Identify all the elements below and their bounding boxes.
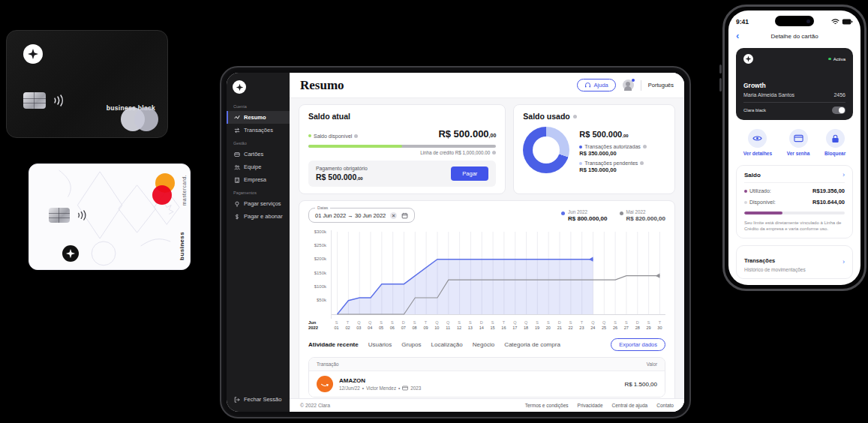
status-time: 9:41 [736, 18, 749, 26]
language-selector[interactable]: Português [648, 82, 674, 88]
limit-progress-track [744, 212, 845, 214]
card-holder: Maria Almeida Santos [743, 92, 794, 98]
tab-atividade-recente[interactable]: Atividade recente [308, 341, 359, 348]
tab-categoria-de-compra[interactable]: Categoria de compra [504, 341, 560, 348]
info-icon[interactable] [573, 115, 577, 118]
export-button[interactable]: Exportar dados [611, 338, 665, 351]
y-tick-label: $50k [317, 298, 326, 302]
phone-volume-button [719, 64, 722, 74]
x-tick-label: S01 [335, 320, 339, 330]
used-value: R$19.356,00 [812, 188, 845, 194]
info-icon[interactable] [640, 161, 644, 165]
mastercard-wordmark: mastercard. [182, 175, 187, 206]
table-row[interactable]: AMAZON 12/Jun/22 • Victor Mendez • 2023 [309, 371, 665, 397]
chevron-right-icon[interactable]: › [842, 259, 845, 266]
phone-screen: 9:41 Detalhe do cartão ‹ A [728, 10, 860, 285]
calendar-icon[interactable] [401, 212, 408, 219]
sidebar-item-pagar-servicos[interactable]: Pagar serviços [227, 197, 290, 210]
chevron-right-icon[interactable]: › [842, 172, 845, 178]
footer-link-central-de-ajuda[interactable]: Central de ajuda [612, 403, 648, 408]
footer-link-termos[interactable]: Termos e condições [525, 403, 569, 408]
x-tick-label: S13 [468, 320, 473, 330]
help-button[interactable]: Ajuda [577, 79, 616, 92]
footer-link-privacidade[interactable]: Privacidade [578, 403, 603, 408]
bulb-icon [234, 201, 240, 207]
sidebar-item-logout[interactable]: Fechar Sessão [227, 393, 290, 406]
x-tick-label: S19 [535, 320, 539, 330]
info-icon[interactable] [492, 151, 496, 154]
footer: © 2022 Clara Termos e condições Privacid… [290, 398, 684, 412]
used-label: Utilizado: [749, 188, 771, 194]
avatar[interactable] [623, 80, 634, 91]
action-ver-detalhes[interactable]: Ver detalhes [743, 129, 772, 156]
tab-negocio[interactable]: Negócio [473, 341, 494, 348]
clara-business-black-card: business black [6, 30, 168, 138]
phone-actions: Ver detalhes Ver senha Bloquear [736, 129, 853, 156]
action-bloquear[interactable]: Bloquear [824, 129, 845, 156]
x-tick-label: S22 [568, 320, 572, 330]
clear-date-icon[interactable]: ✕ [390, 212, 397, 219]
mandatory-cents: ,00 [356, 176, 362, 181]
clara-star-logo [743, 54, 753, 64]
available-label: Disponível: [749, 200, 776, 205]
saldo-usado-title: Saldo usado [523, 112, 569, 121]
tab-localizacao[interactable]: Localização [431, 341, 463, 348]
sidebar-item-label: Empresa [244, 176, 266, 183]
clara-star-logo [62, 245, 79, 262]
sidebar-item-pagar-e-abonar[interactable]: Pagar e abonar [227, 210, 290, 223]
footer-link-contato[interactable]: Contato [656, 403, 674, 408]
action-label: Bloquear [824, 151, 845, 156]
sidebar-item-empresa[interactable]: Empresa [227, 173, 290, 186]
x-tick-label: S12 [457, 320, 461, 330]
sidebar-item-label: Pagar e abonar [244, 213, 283, 220]
x-tick-label: D21 [557, 320, 562, 330]
logout-icon [234, 397, 240, 403]
saldo-section[interactable]: Saldo › Utilizado: R$19.356,00 Disponíve… [736, 165, 853, 238]
chart-y-axis: $50k$100k$150k$200k$250k$300k [308, 230, 331, 319]
limit-caption: Seu limite está diretamente vinculado à … [744, 220, 845, 232]
pay-button[interactable]: Pagar [451, 166, 488, 181]
contactless-icon [53, 94, 65, 107]
chart-x-labels: S01T02Q03Q04S05S06D07S08T09Q10Q11S12S13D… [331, 320, 665, 332]
card-variant-toggle[interactable] [832, 106, 845, 114]
tab-grupos[interactable]: Grupos [401, 341, 421, 348]
chart-plot [331, 230, 665, 319]
eye-icon [752, 134, 762, 142]
action-ver-senha[interactable]: Ver senha [787, 129, 810, 156]
y-tick-label: $150k [314, 271, 326, 275]
legend-dot [561, 212, 565, 215]
tab-usuarios[interactable]: Usuários [368, 341, 392, 348]
sidebar-item-transacoes[interactable]: Transações [227, 124, 290, 136]
transactions-section[interactable]: Transações Histórico de movimentações › [736, 245, 853, 279]
sidebar-item-equipe[interactable]: Equipe [227, 160, 290, 173]
x-tick-label: Q10 [434, 320, 439, 330]
sidebar-item-resumo[interactable]: Resumo [227, 111, 290, 124]
info-icon[interactable] [354, 134, 358, 138]
y-tick-label: $250k [314, 243, 326, 248]
available-value: R$10.644,00 [812, 199, 845, 206]
virtual-card: Activa Growth Maria Almeida Santos 2456 … [736, 48, 853, 120]
x-tick-label: Q04 [368, 320, 372, 330]
info-icon[interactable] [643, 145, 647, 148]
credit-line-label: Linha de crédito R$ 1,000,000.00 [420, 150, 490, 155]
copyright: © 2022 Clara [300, 403, 330, 408]
divider [743, 102, 845, 103]
topbar: Resumo Ajuda Português [290, 73, 684, 98]
tx-date: 12/Jun/22 [339, 386, 360, 391]
x-tick-label: S15 [491, 320, 495, 330]
phone-nav-title: Detalhe do cartão [736, 33, 853, 40]
legend-dot [620, 212, 623, 215]
card-last4: 2456 [833, 92, 845, 98]
sidebar-item-cartoes[interactable]: Cartões [227, 148, 290, 160]
legend-name: Jun 2022 [568, 209, 608, 214]
pending-value: R$ 150.000,00 [579, 166, 665, 173]
date-range-field[interactable]: Datas 01 Jun 2022 → 30 Jun 2022 ✕ [308, 208, 415, 223]
chart-x-axis: Jun 2022 S01T02Q03Q04S05S06D07S08T09Q10Q… [308, 320, 665, 332]
logout-label: Fechar Sessão [244, 396, 281, 403]
green-dot [308, 134, 311, 137]
headphones-icon [584, 82, 591, 88]
card-variant-label: Clara black [743, 108, 766, 112]
card-icon [234, 152, 240, 158]
x-tick-label: S05 [379, 320, 383, 330]
divider [641, 80, 641, 91]
